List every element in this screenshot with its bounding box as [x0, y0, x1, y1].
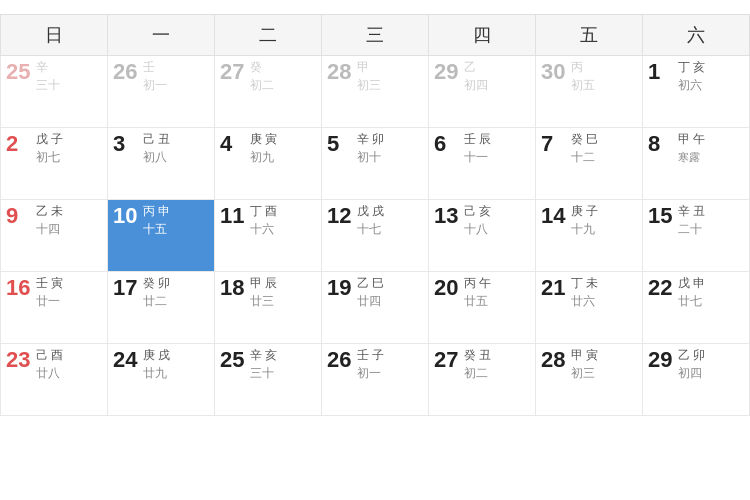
heavenly-stem: 甲 午: [678, 132, 705, 148]
day-number: 23: [6, 348, 34, 372]
calendar-cell[interactable]: 4庚 寅初九: [215, 128, 322, 200]
heavenly-stem: 庚 寅: [250, 132, 277, 148]
calendar-cell[interactable]: 27癸 丑初二: [429, 344, 536, 416]
weekday-header-1: 一: [108, 15, 215, 56]
heavenly-stem: 乙 巳: [357, 276, 384, 292]
day-number: 15: [648, 204, 676, 228]
lunar-day: 十八: [464, 222, 491, 238]
day-number: 17: [113, 276, 141, 300]
heavenly-stem: 壬 辰: [464, 132, 491, 148]
heavenly-stem: 己 亥: [464, 204, 491, 220]
day-number: 21: [541, 276, 569, 300]
calendar-cell[interactable]: 17癸 卯廿二: [108, 272, 215, 344]
lunar-day: 初一: [143, 78, 167, 94]
calendar-cell[interactable]: 20丙 午廿五: [429, 272, 536, 344]
heavenly-stem: 丙: [571, 60, 595, 76]
calendar-cell[interactable]: 25辛 亥三十: [215, 344, 322, 416]
calendar-cell[interactable]: 21丁 未廿六: [536, 272, 643, 344]
lunar-day: 十二: [571, 150, 598, 166]
day-number: 18: [220, 276, 248, 300]
calendar-cell[interactable]: 29乙初四: [429, 56, 536, 128]
day-number: 6: [434, 132, 462, 156]
calendar-cell[interactable]: 22戊 申廿七: [643, 272, 750, 344]
calendar-cell[interactable]: 15辛 丑二十: [643, 200, 750, 272]
heavenly-stem: 乙 未: [36, 204, 63, 220]
calendar-cell[interactable]: 25辛三十: [1, 56, 108, 128]
calendar-cell[interactable]: 26壬初一: [108, 56, 215, 128]
calendar-header: [0, 0, 750, 14]
calendar-cell[interactable]: 16壬 寅廿一: [1, 272, 108, 344]
day-number: 27: [220, 60, 248, 84]
heavenly-stem: 丙 午: [464, 276, 491, 292]
heavenly-stem: 甲 辰: [250, 276, 277, 292]
calendar-cell[interactable]: 10丙 申十五: [108, 200, 215, 272]
weekday-header-0: 日: [1, 15, 108, 56]
day-number: 30: [541, 60, 569, 84]
day-number: 8: [648, 132, 676, 156]
calendar-cell[interactable]: 3己 丑初八: [108, 128, 215, 200]
lunar-day: 初八: [143, 150, 170, 166]
calendar-cell[interactable]: 29乙 卯初四: [643, 344, 750, 416]
day-number: 22: [648, 276, 676, 300]
heavenly-stem: 癸: [250, 60, 274, 76]
lunar-day: 廿九: [143, 366, 170, 382]
calendar-cell[interactable]: 7癸 巳十二: [536, 128, 643, 200]
calendar-cell[interactable]: 6壬 辰十一: [429, 128, 536, 200]
calendar-cell[interactable]: 12戊 戌十七: [322, 200, 429, 272]
day-number: 9: [6, 204, 34, 228]
heavenly-stem: 壬 寅: [36, 276, 63, 292]
day-number: 11: [220, 204, 248, 228]
calendar-cell[interactable]: 28甲 寅初三: [536, 344, 643, 416]
calendar-cell[interactable]: 1丁 亥初六: [643, 56, 750, 128]
calendar-cell[interactable]: 23己 酉廿八: [1, 344, 108, 416]
heavenly-stem: 辛 卯: [357, 132, 384, 148]
calendar-cell[interactable]: 14庚 子十九: [536, 200, 643, 272]
calendar-cell[interactable]: 19乙 巳廿四: [322, 272, 429, 344]
day-number: 29: [648, 348, 676, 372]
day-number: 2: [6, 132, 34, 156]
calendar-cell[interactable]: 27癸初二: [215, 56, 322, 128]
lunar-day: 廿二: [143, 294, 170, 310]
heavenly-stem: 丁 亥: [678, 60, 705, 76]
calendar-cell[interactable]: 8甲 午寒露: [643, 128, 750, 200]
lunar-day: 廿七: [678, 294, 705, 310]
weekday-header-3: 三: [322, 15, 429, 56]
week-row-3: 16壬 寅廿一17癸 卯廿二18甲 辰廿三19乙 巳廿四20丙 午廿五21丁 未…: [1, 272, 750, 344]
lunar-day: 十九: [571, 222, 598, 238]
lunar-day: 三十: [36, 78, 60, 94]
day-number: 4: [220, 132, 248, 156]
weekday-row: 日一二三四五六: [1, 15, 750, 56]
calendar-cell[interactable]: 26壬 子初一: [322, 344, 429, 416]
week-row-0: 25辛三十26壬初一27癸初二28甲初三29乙初四30丙初五1丁 亥初六: [1, 56, 750, 128]
day-number: 24: [113, 348, 141, 372]
heavenly-stem: 丁 酉: [250, 204, 277, 220]
calendar-cell[interactable]: 18甲 辰廿三: [215, 272, 322, 344]
calendar-cell[interactable]: 13己 亥十八: [429, 200, 536, 272]
day-number: 13: [434, 204, 462, 228]
calendar-cell[interactable]: 11丁 酉十六: [215, 200, 322, 272]
lunar-day: 初二: [464, 366, 491, 382]
heavenly-stem: 戊 子: [36, 132, 63, 148]
calendar-cell[interactable]: 30丙初五: [536, 56, 643, 128]
lunar-day: 廿五: [464, 294, 491, 310]
lunar-day: 廿一: [36, 294, 63, 310]
lunar-day: 初四: [464, 78, 488, 94]
heavenly-stem: 壬 子: [357, 348, 384, 364]
calendar-cell[interactable]: 28甲初三: [322, 56, 429, 128]
day-number: 7: [541, 132, 569, 156]
lunar-day: 初四: [678, 366, 705, 382]
weekday-header-2: 二: [215, 15, 322, 56]
lunar-day: 廿八: [36, 366, 63, 382]
lunar-day: 十四: [36, 222, 63, 238]
calendar-cell[interactable]: 5辛 卯初十: [322, 128, 429, 200]
lunar-day: 十六: [250, 222, 277, 238]
lunar-day: 初七: [36, 150, 63, 166]
calendar-cell[interactable]: 2戊 子初七: [1, 128, 108, 200]
weekday-header-6: 六: [643, 15, 750, 56]
day-number: 25: [6, 60, 34, 84]
calendar-cell[interactable]: 24庚 戌廿九: [108, 344, 215, 416]
day-number: 10: [113, 204, 141, 228]
lunar-day: 十五: [143, 222, 170, 238]
calendar-cell[interactable]: 9乙 未十四: [1, 200, 108, 272]
heavenly-stem: 甲 寅: [571, 348, 598, 364]
